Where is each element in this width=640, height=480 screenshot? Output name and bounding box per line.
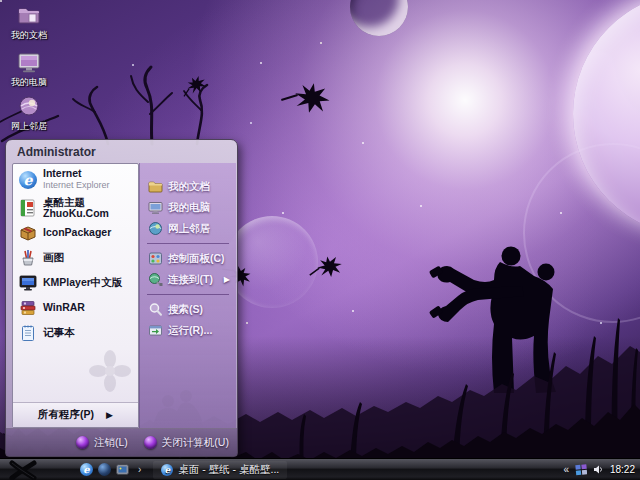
menu-item-internet[interactable]: e InternetInternet Explorer: [13, 164, 138, 195]
all-programs-button[interactable]: 所有程序(P) ▶: [13, 402, 138, 427]
search-icon: [147, 302, 163, 318]
internet-explorer-icon: e: [18, 170, 38, 190]
menu-item-connect-to[interactable]: 连接到(T) ▶: [140, 269, 236, 290]
quick-launch: e ›: [80, 463, 141, 476]
menu-item-search[interactable]: 搜索(S): [140, 299, 236, 320]
window-button-label: 桌面 - 壁纸 - 桌酷壁...: [178, 463, 279, 477]
menu-separator: [147, 294, 229, 295]
shutdown-button[interactable]: 关闭计算机(U): [144, 436, 229, 450]
run-icon: [147, 323, 163, 339]
winrar-icon: [18, 298, 38, 318]
tray-volume-icon[interactable]: [593, 464, 604, 475]
desktop: 我的文档 我的电脑 网上邻居 Administrator e InternetI…: [0, 0, 640, 480]
clock[interactable]: 18:22: [610, 464, 635, 475]
internet-explorer-icon: e: [161, 464, 173, 476]
start-menu: Administrator e InternetInternet Explore…: [5, 139, 238, 457]
menu-item-kmplayer[interactable]: KMPlayer中文版: [13, 270, 138, 295]
menu-item-network-places[interactable]: 网上邻居: [140, 218, 236, 239]
quick-launch-globe-icon[interactable]: [98, 463, 111, 476]
control-panel-icon: [147, 251, 163, 267]
start-menu-user-banner: Administrator: [6, 140, 237, 163]
menu-item-winrar[interactable]: WinRAR: [13, 295, 138, 320]
iconpackager-icon: [18, 223, 38, 243]
desktop-icon-label: 网上邻居: [11, 120, 47, 133]
desktop-icon-label: 我的文档: [11, 29, 47, 42]
kmplayer-icon: [18, 273, 38, 293]
desktop-icon-label: 我的电脑: [11, 76, 47, 89]
my-computer-icon: [17, 50, 41, 74]
my-computer-icon: [147, 200, 163, 216]
shutdown-icon: [144, 436, 157, 449]
connect-to-icon: [147, 272, 163, 288]
quick-launch-chevron-icon[interactable]: ›: [138, 464, 141, 475]
quick-launch-media-icon[interactable]: [116, 463, 129, 476]
desktop-icon-my-documents[interactable]: 我的文档: [2, 3, 56, 42]
network-places-icon: [147, 221, 163, 237]
menu-item-notepad[interactable]: 记事本: [13, 320, 138, 345]
tray-expand-chevron-icon[interactable]: «: [563, 464, 569, 475]
menu-item-my-computer[interactable]: 我的电脑: [140, 197, 236, 218]
log-off-icon: [76, 436, 89, 449]
log-off-button[interactable]: 注销(L): [76, 436, 128, 450]
menu-item-zhuoku-theme[interactable]: 桌酷主题ZhuoKu.Com: [13, 195, 138, 220]
taskbar-window-button[interactable]: e 桌面 - 壁纸 - 桌酷壁...: [153, 461, 287, 479]
my-documents-folder-icon: [17, 3, 41, 27]
menu-item-iconpackager[interactable]: IconPackager: [13, 220, 138, 245]
my-documents-folder-icon: [147, 179, 163, 195]
system-tray: « 18:22: [563, 464, 640, 476]
desktop-icon-network-places[interactable]: 网上邻居: [2, 94, 56, 133]
taskbar: e › e 桌面 - 壁纸 - 桌酷壁... « 18:22: [0, 458, 640, 480]
notepad-icon: [18, 323, 38, 343]
start-logo-icon: [7, 460, 37, 480]
quick-launch-ie-icon[interactable]: e: [80, 463, 93, 476]
tray-windows-icon[interactable]: [575, 464, 587, 476]
zhuoku-theme-icon: [18, 198, 38, 218]
start-menu-right-panel: 我的文档 我的电脑 网上邻居: [139, 163, 236, 428]
flower-watermark: [88, 349, 132, 397]
menu-separator: [147, 243, 229, 244]
paint-icon: [18, 248, 38, 268]
start-menu-footer: 注销(L) 关闭计算机(U): [6, 428, 237, 456]
submenu-arrow-icon: ▶: [224, 275, 230, 284]
start-button[interactable]: [0, 459, 44, 480]
network-places-icon: [17, 94, 41, 118]
all-programs-arrow-icon: ▶: [106, 410, 113, 420]
menu-item-run[interactable]: 运行(R)...: [140, 320, 236, 341]
user-name: Administrator: [17, 145, 96, 159]
menu-item-paint[interactable]: 画图: [13, 245, 138, 270]
menu-item-my-documents[interactable]: 我的文档: [140, 176, 236, 197]
desktop-icon-my-computer[interactable]: 我的电脑: [2, 50, 56, 89]
start-menu-left-panel: e InternetInternet Explorer 桌酷主题ZhuoKu.C…: [12, 163, 139, 428]
menu-item-control-panel[interactable]: 控制面板(C): [140, 248, 236, 269]
